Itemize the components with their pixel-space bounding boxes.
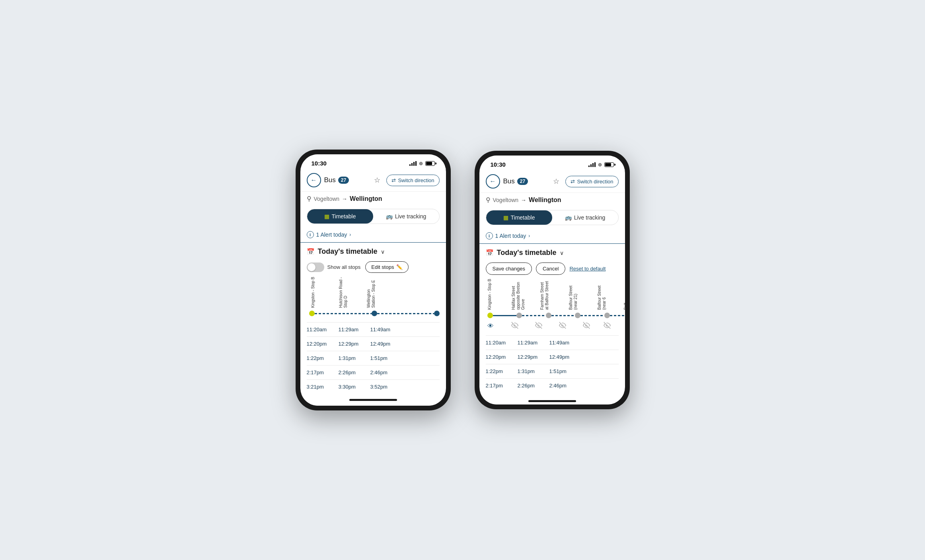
direction-from-1: Vogeltown xyxy=(314,196,340,202)
stop-connector-2-4 xyxy=(610,315,625,316)
alert-info-icon-2: i xyxy=(486,232,493,239)
timetable-header-1[interactable]: 📅 Today's timetable ∨ xyxy=(300,243,446,259)
tab-timetable-1[interactable]: ▦ Timetable xyxy=(307,209,373,224)
battery-icon-1 xyxy=(425,161,435,166)
time-cell-1-3-1: 2:26pm xyxy=(339,369,370,375)
route-label-2: Bus xyxy=(503,177,515,185)
stop-connector-1-0 xyxy=(315,313,372,314)
star-button-1[interactable]: ☆ xyxy=(371,174,383,186)
alert-row-2[interactable]: i 1 Alert today › xyxy=(479,228,625,244)
time-cell-1-2-2: 1:51pm xyxy=(370,355,402,361)
eye-cell-2-3 xyxy=(559,322,583,331)
time-cell-2-1-2: 12:49pm xyxy=(549,354,581,360)
status-time-2: 10:30 xyxy=(491,161,506,168)
cancel-button-2[interactable]: Cancel xyxy=(536,262,565,275)
time-cell-1-1-1: 12:29pm xyxy=(339,341,370,347)
time-cell-1-4-1: 3:30pm xyxy=(339,384,370,390)
time-cell-2-0-1: 11:29am xyxy=(518,340,549,346)
timetable-icon-2: ▦ xyxy=(503,214,508,221)
time-cell-1-0-0: 11:20am xyxy=(307,327,339,332)
stop-name-2-5: Balf... xyxy=(623,278,625,310)
direction-to-1: Wellington xyxy=(350,195,382,202)
tab-live-2[interactable]: 🚌 Live tracking xyxy=(552,210,618,225)
edit-stops-button-1[interactable]: Edit stops ✏️ xyxy=(365,261,409,273)
time-cell-1-3-2: 2:46pm xyxy=(370,369,402,375)
stop-name-1-2: Wellington Station - Stop E xyxy=(366,276,394,308)
time-cell-2-1-0: 12:20pm xyxy=(486,354,518,360)
save-changes-button-2[interactable]: Save changes xyxy=(486,262,532,275)
show-all-stops-toggle-1[interactable] xyxy=(307,262,324,272)
stop-dot-1-1 xyxy=(372,311,377,316)
status-icons-1: ⊛ xyxy=(409,161,435,166)
time-cell-1-2-1: 1:31pm xyxy=(339,355,370,361)
home-bar-1 xyxy=(349,399,397,401)
timetable-header-2[interactable]: 📅 Today's timetable ∨ xyxy=(479,244,625,260)
stop-name-2-0: Kingston - Stop B xyxy=(487,278,511,310)
save-controls-2: Save changes Cancel Reset to default xyxy=(479,260,625,278)
phone-1: 10:30 ⊛ ← Bus 27 ☆ ⇄ Sw xyxy=(296,150,451,410)
stop-name-2-3: Balfour Street (near 21) xyxy=(569,278,597,310)
tab-timetable-label-1: Timetable xyxy=(332,213,356,220)
time-cell-1-4-2: 3:52pm xyxy=(370,384,402,390)
time-cell-2-3-2: 2:46pm xyxy=(549,383,581,389)
direction-row-1: ⚲ Vogeltown → Wellington xyxy=(300,192,446,206)
eye-hidden-icon-2-2[interactable] xyxy=(535,322,542,331)
time-cell-2-0-0: 11:20am xyxy=(486,340,518,346)
tab-timetable-2[interactable]: ▦ Timetable xyxy=(486,210,552,225)
switch-direction-button-2[interactable]: ⇄ Switch direction xyxy=(565,176,618,187)
alert-row-1[interactable]: i 1 Alert today › xyxy=(300,227,446,243)
time-cell-1-0-1: 11:29am xyxy=(339,327,370,332)
time-row-1-4: 3:21pm 3:30pm 3:52pm xyxy=(307,379,440,394)
status-bar-1: 10:30 ⊛ xyxy=(300,154,446,169)
battery-icon-2 xyxy=(604,162,614,167)
tab-live-1[interactable]: 🚌 Live tracking xyxy=(373,209,439,224)
tab-timetable-label-2: Timetable xyxy=(511,214,535,221)
switch-icon-1: ⇄ xyxy=(391,177,396,183)
stop-diagram-2: Kingston - Stop B Halifax Street opposit… xyxy=(479,278,625,332)
time-cell-2-2-0: 1:22pm xyxy=(486,368,518,374)
eye-hidden-icon-2-1[interactable] xyxy=(511,322,518,331)
eye-hidden-icon-2-3[interactable] xyxy=(559,322,566,331)
stop-connector-2-0 xyxy=(493,315,517,316)
timetable-chevron-2: ∨ xyxy=(560,250,564,256)
time-row-1-1: 12:20pm 12:29pm 12:49pm xyxy=(307,336,440,351)
stop-dot-2-4 xyxy=(604,313,610,318)
stop-name-2-2: Farnham Street at Balfour Street xyxy=(540,278,569,310)
route-label-1: Bus xyxy=(324,176,336,184)
time-cell-2-3-0: 2:17pm xyxy=(486,383,518,389)
signal-icon-2 xyxy=(588,162,596,167)
time-cell-2-2-2: 1:51pm xyxy=(549,368,581,374)
alert-text-2: 1 Alert today xyxy=(495,233,526,239)
status-icons-2: ⊛ xyxy=(588,162,614,167)
toggle-knob-1 xyxy=(308,263,315,271)
eye-cell-2-1 xyxy=(511,322,535,331)
wifi-icon-1: ⊛ xyxy=(419,161,423,166)
eye-hidden-icon-2-4[interactable] xyxy=(583,322,590,331)
star-button-2[interactable]: ☆ xyxy=(550,175,562,187)
back-button-2[interactable]: ← xyxy=(486,174,500,189)
time-cell-1-1-0: 12:20pm xyxy=(307,341,339,347)
time-cell-2-0-2: 11:49am xyxy=(549,340,581,346)
switch-direction-button-1[interactable]: ⇄ Switch direction xyxy=(386,175,439,186)
eye-visible-icon-2-0[interactable]: 👁 xyxy=(487,323,494,330)
calendar-icon-2: 📅 xyxy=(486,249,494,257)
switch-label-2: Switch direction xyxy=(577,179,613,185)
direction-from-2: Vogeltown xyxy=(493,197,519,203)
top-nav-1: ← Bus 27 ☆ ⇄ Switch direction xyxy=(300,169,446,192)
eye-hidden-icon-2-5[interactable] xyxy=(604,322,611,331)
tab-bar-2: ▦ Timetable 🚌 Live tracking xyxy=(486,210,619,225)
time-row-1-0: 11:20am 11:29am 11:49am xyxy=(307,322,440,336)
back-button-1[interactable]: ← xyxy=(307,173,321,187)
tab-live-label-1: Live tracking xyxy=(395,213,426,220)
back-arrow-icon-2: ← xyxy=(490,178,496,185)
time-cell-1-1-2: 12:49pm xyxy=(370,341,402,347)
stop-connector-2-1 xyxy=(522,315,546,316)
stop-diagram-1: Kingston - Stop B Hutchison Road - Stop … xyxy=(300,276,446,319)
wifi-icon-2: ⊛ xyxy=(598,162,602,167)
time-cell-1-3-0: 2:17pm xyxy=(307,369,339,375)
reset-to-default-link-2[interactable]: Reset to default xyxy=(569,266,606,272)
toggle-wrapper-1: Show all stops xyxy=(307,262,361,272)
bus-icon-2: 🚌 xyxy=(565,214,572,221)
time-cell-1-2-0: 1:22pm xyxy=(307,355,339,361)
time-row-2-1: 12:20pm 12:29pm 12:49pm xyxy=(486,350,619,364)
